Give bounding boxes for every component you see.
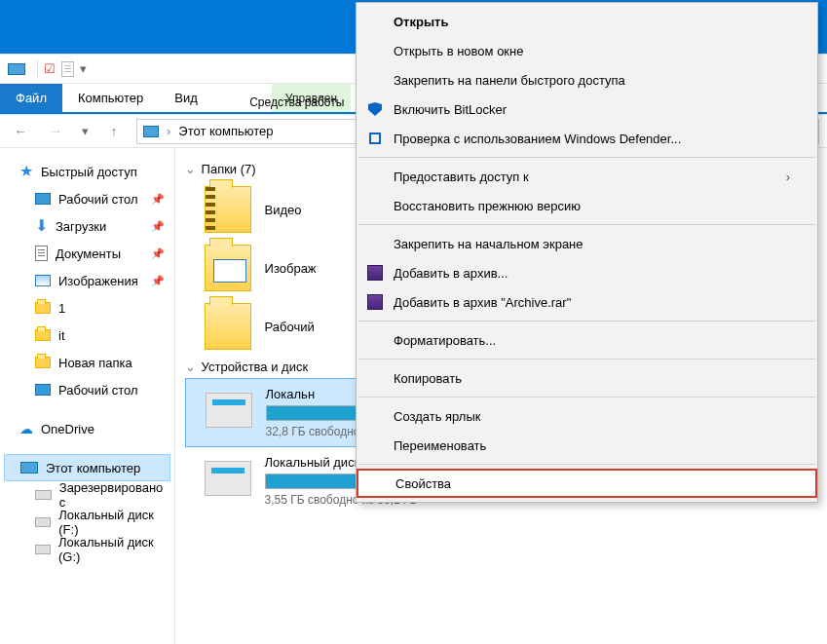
- nav-sidebar: ★ Быстрый доступ Рабочий стол 📌 ⬇ Загруз…: [0, 148, 175, 644]
- desktop-icon: [35, 384, 51, 396]
- folder-icon: [205, 245, 251, 291]
- pc-icon: [143, 126, 159, 137]
- menu-separator: [358, 224, 815, 225]
- shield-icon: [368, 102, 382, 116]
- doc-icon: [35, 246, 48, 261]
- folder-icon: [35, 329, 51, 341]
- menu-defender[interactable]: Проверка с использованием Windows Defend…: [357, 124, 817, 153]
- menu-separator: [358, 464, 815, 465]
- menu-pin-quick-access[interactable]: Закрепить на панели быстрого доступа: [357, 65, 817, 95]
- menu-separator: [358, 157, 815, 158]
- nav-forward-button[interactable]: →: [43, 119, 68, 144]
- pc-icon: [8, 63, 25, 75]
- drive-icon: [206, 393, 252, 428]
- breadcrumb-location[interactable]: Этот компьютер: [178, 124, 273, 138]
- tab-computer[interactable]: Компьютер: [62, 84, 159, 112]
- download-icon: ⬇: [35, 218, 48, 234]
- sidebar-folder-1[interactable]: 1: [0, 294, 174, 322]
- tab-tools-sub[interactable]: Средства работы: [234, 93, 359, 112]
- folder-icon: [35, 302, 51, 314]
- sidebar-downloads[interactable]: ⬇ Загрузки 📌: [0, 212, 174, 240]
- properties-icon[interactable]: [61, 61, 74, 77]
- folder-icon: [205, 303, 251, 350]
- sidebar-pictures[interactable]: Изображения 📌: [0, 267, 174, 294]
- drive-icon: [35, 545, 51, 554]
- nav-recent-dropdown[interactable]: ▾: [78, 119, 92, 144]
- menu-open[interactable]: Открыть: [357, 7, 817, 36]
- pc-icon: [20, 462, 38, 474]
- pin-icon: 📌: [151, 193, 165, 206]
- chevron-down-icon: ⌄: [185, 360, 196, 374]
- pin-icon: 📌: [151, 275, 165, 287]
- chevron-right-icon: ›: [786, 170, 790, 184]
- sidebar-folder-new[interactable]: Новая папка: [0, 349, 174, 376]
- menu-rename[interactable]: Переименовать: [357, 431, 817, 460]
- sidebar-this-pc[interactable]: Этот компьютер: [4, 454, 170, 481]
- menu-add-archive[interactable]: Добавить в архив...: [357, 258, 817, 287]
- sidebar-documents[interactable]: Документы 📌: [0, 240, 174, 267]
- folder-icon: [205, 186, 251, 233]
- menu-create-shortcut[interactable]: Создать ярлык: [357, 401, 817, 431]
- tab-view[interactable]: Вид: [159, 84, 213, 112]
- winrar-icon: [367, 294, 383, 310]
- shield-icon: [369, 133, 381, 144]
- desktop-icon: [35, 193, 51, 205]
- qat-checkbox[interactable]: ☑: [44, 61, 56, 76]
- menu-pin-start[interactable]: Закрепить на начальном экране: [357, 229, 817, 258]
- drive-icon: [205, 461, 251, 496]
- sidebar-drive-f[interactable]: Локальный диск (F:): [0, 509, 174, 536]
- nav-back-button[interactable]: ←: [8, 119, 33, 144]
- tab-file[interactable]: Файл: [0, 84, 62, 112]
- menu-separator: [358, 359, 815, 360]
- picture-icon: [35, 275, 51, 286]
- qat-dropdown-icon[interactable]: ▾: [80, 61, 87, 76]
- sidebar-desktop[interactable]: Рабочий стол 📌: [0, 185, 174, 212]
- sidebar-folder-it[interactable]: it: [0, 322, 174, 349]
- menu-format[interactable]: Форматировать...: [357, 325, 817, 355]
- menu-open-new-window[interactable]: Открыть в новом окне: [357, 36, 817, 65]
- menu-separator: [358, 321, 815, 322]
- sidebar-onedrive[interactable]: ☁ OneDrive: [0, 415, 174, 442]
- context-menu: Открыть Открыть в новом окне Закрепить н…: [356, 2, 818, 503]
- menu-add-archive-named[interactable]: Добавить в архив "Archive.rar": [357, 287, 817, 317]
- menu-properties[interactable]: Свойства: [357, 469, 817, 498]
- cloud-icon: ☁: [19, 421, 33, 436]
- chevron-down-icon: ⌄: [185, 162, 196, 176]
- chevron-right-icon[interactable]: ›: [167, 124, 170, 138]
- folder-icon: [35, 357, 51, 368]
- menu-bitlocker[interactable]: Включить BitLocker: [357, 95, 817, 124]
- menu-restore-previous[interactable]: Восстановить прежнюю версию: [357, 191, 817, 220]
- pin-icon: 📌: [151, 247, 165, 260]
- pin-icon: 📌: [151, 220, 165, 233]
- winrar-icon: [367, 265, 383, 281]
- sidebar-quick-access[interactable]: ★ Быстрый доступ: [0, 158, 174, 185]
- drive-icon: [35, 517, 51, 527]
- menu-give-access[interactable]: Предоставить доступ к ›: [357, 162, 817, 191]
- sidebar-desktop-2[interactable]: Рабочий стол: [0, 376, 174, 403]
- menu-separator: [358, 397, 815, 398]
- nav-up-button[interactable]: ↑: [101, 119, 127, 144]
- sidebar-drive-g[interactable]: Локальный диск (G:): [0, 536, 174, 563]
- sidebar-reserved[interactable]: Зарезервировано с: [0, 481, 174, 509]
- menu-copy[interactable]: Копировать: [357, 363, 817, 393]
- star-icon: ★: [19, 164, 33, 179]
- drive-icon: [35, 490, 52, 500]
